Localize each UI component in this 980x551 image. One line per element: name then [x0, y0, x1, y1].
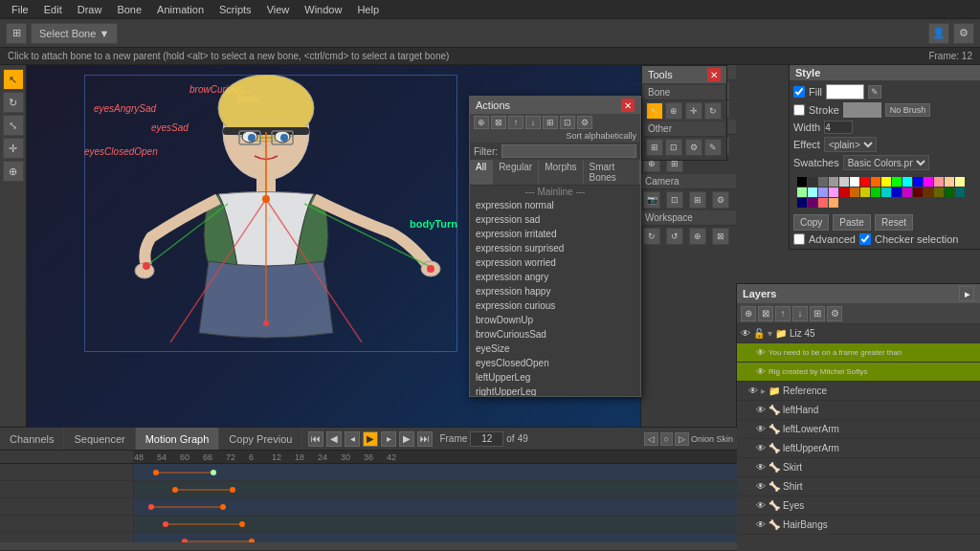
layer-hairbangs[interactable]: 👁 🦴 HairBangs [737, 516, 980, 535]
play-btn[interactable]: ▶ [363, 431, 378, 447]
swatch-23[interactable] [871, 187, 880, 197]
cam-tool-2[interactable]: ⊡ [666, 191, 683, 209]
swatch-16[interactable] [797, 187, 807, 197]
menu-view[interactable]: View [259, 0, 298, 18]
cam-tool-1[interactable]: 📷 [643, 191, 660, 209]
menu-bone[interactable]: Bone [109, 0, 149, 18]
swatch-7[interactable] [871, 177, 880, 187]
select-bone-button[interactable]: Select Bone ▼ [31, 23, 118, 44]
swatch-25[interactable] [892, 187, 902, 197]
swatch-29[interactable] [934, 187, 944, 197]
cam-tool-3[interactable]: ⊞ [689, 191, 706, 209]
t-other-4[interactable]: ✎ [704, 139, 722, 156]
act-btn-6[interactable]: ⊡ [560, 116, 575, 129]
t-other-3[interactable]: ⚙ [685, 139, 702, 156]
swatch-21[interactable] [850, 187, 859, 197]
actions-panel-close[interactable]: ✕ [621, 99, 635, 112]
t-other-2[interactable]: ⊡ [665, 139, 682, 156]
no-brush-btn[interactable]: No Brush [885, 103, 931, 117]
menu-file[interactable]: File [4, 0, 36, 18]
tab-morphs[interactable]: Morphs [539, 160, 583, 185]
swatch-20[interactable] [839, 187, 849, 197]
layer-skirt[interactable]: 👁 🦴 Skirt [737, 458, 980, 477]
layers-expand-btn[interactable]: ▸ [959, 286, 974, 301]
layer-up-btn[interactable]: ↑ [775, 306, 791, 321]
swatch-17[interactable] [808, 187, 817, 197]
swatch-5[interactable] [850, 177, 859, 187]
swatch-33[interactable] [808, 198, 817, 208]
swatch-13[interactable] [934, 177, 944, 187]
cam-tool-4[interactable]: ⚙ [712, 191, 729, 209]
tools-panel-close[interactable]: ✕ [707, 68, 721, 81]
act-btn-2[interactable]: ⊠ [491, 116, 506, 129]
layer-reference[interactable]: 👁 ▸ 📁 Reference [737, 382, 980, 401]
width-input[interactable] [824, 121, 853, 134]
layer-shirt[interactable]: 👁 🦴 Shirt [737, 477, 980, 496]
t-bone-add[interactable]: ⊕ [665, 102, 682, 120]
back-step-btn[interactable]: ◂ [345, 431, 360, 447]
scale-tool[interactable]: ⤡ [3, 115, 24, 136]
layer-lefthand[interactable]: 👁 🦴 leftHand [737, 401, 980, 420]
swatch-9[interactable] [892, 177, 902, 187]
checker-checkbox[interactable] [859, 233, 871, 245]
fill-options-btn[interactable]: ✎ [868, 85, 881, 99]
t-bone-select[interactable]: ↖ [646, 102, 663, 120]
swatch-4[interactable] [839, 177, 849, 187]
fwd-step-btn[interactable]: ▸ [381, 431, 396, 447]
tab-all[interactable]: All [470, 160, 493, 185]
swatch-18[interactable] [818, 187, 828, 197]
layer-eyes[interactable]: 👁 🦴 Eyes [737, 496, 980, 516]
layer-note2[interactable]: 👁 Rig created by Mitchel Softys [737, 363, 980, 382]
swatch-22[interactable] [860, 187, 870, 197]
action-expression-normal[interactable]: expression normal [470, 198, 640, 212]
action-brow-down-up[interactable]: browDownUp [470, 313, 640, 327]
tl-scrollbar[interactable] [0, 542, 737, 550]
tab-smart-bones[interactable]: Smart Bones [584, 160, 640, 185]
fill-color-swatch[interactable] [826, 84, 864, 99]
act-btn-5[interactable]: ⊞ [543, 116, 558, 129]
swatch-14[interactable] [945, 177, 954, 187]
user-icon[interactable]: 👤 [928, 23, 949, 44]
act-btn-4[interactable]: ↓ [525, 116, 541, 129]
first-frame-btn[interactable]: ⏮ [308, 431, 323, 447]
ws-tool-3[interactable]: ⊕ [689, 228, 706, 245]
swatches-select[interactable]: Basic Colors.png [843, 155, 929, 170]
onion-prev-btn[interactable]: ◁ [644, 432, 658, 446]
prev-frame-btn[interactable]: ◀ [326, 431, 342, 447]
next-frame-btn[interactable]: ▶ [399, 431, 414, 447]
ws-tool-2[interactable]: ↺ [666, 228, 683, 245]
swatch-12[interactable] [924, 177, 933, 187]
reset-style-btn[interactable]: Reset [875, 214, 913, 231]
act-btn-1[interactable]: ⊕ [474, 116, 489, 129]
swatch-1[interactable] [808, 177, 817, 187]
action-expression-happy[interactable]: expression happy [470, 284, 640, 298]
rotate-tool[interactable]: ↻ [3, 92, 24, 113]
action-expression-angry[interactable]: expression angry [470, 270, 640, 284]
action-expression-worried[interactable]: expression worried [470, 255, 640, 270]
layer-add-btn[interactable]: ⊕ [741, 306, 756, 321]
t-bone-rotate[interactable]: ↻ [704, 102, 722, 120]
effect-select[interactable]: <plain> [824, 137, 877, 152]
stroke-checkbox[interactable] [793, 104, 805, 116]
tl-tab-sequencer[interactable]: Sequencer [64, 428, 135, 450]
action-expression-irritated[interactable]: expression irritated [470, 227, 640, 241]
tl-tab-copy-previous[interactable]: Copy Previou [219, 428, 302, 450]
act-btn-3[interactable]: ↑ [508, 116, 523, 129]
action-expression-surprised[interactable]: expression surprised [470, 241, 640, 255]
copy-style-btn[interactable]: Copy [793, 214, 829, 231]
layer-leftupperarm[interactable]: 👁 🦴 leftUpperArm [737, 439, 980, 458]
select-tool[interactable]: ↖ [3, 69, 24, 90]
swatch-11[interactable] [913, 177, 923, 187]
prefs-icon[interactable]: ⚙ [953, 23, 974, 44]
swatch-8[interactable] [881, 177, 891, 187]
ws-tool-1[interactable]: ↻ [643, 228, 660, 245]
stroke-color-swatch[interactable] [843, 102, 881, 118]
filter-input[interactable] [501, 144, 636, 158]
menu-window[interactable]: Window [297, 0, 349, 18]
tl-tab-motion-graph[interactable]: Motion Graph [136, 428, 220, 450]
toolbar-icon[interactable]: ⊞ [6, 23, 27, 44]
action-expression-sad[interactable]: expression sad [470, 212, 640, 227]
menu-edit[interactable]: Edit [36, 0, 70, 18]
swatch-27[interactable] [913, 187, 923, 197]
action-expression-curious[interactable]: expression curious [470, 298, 640, 313]
